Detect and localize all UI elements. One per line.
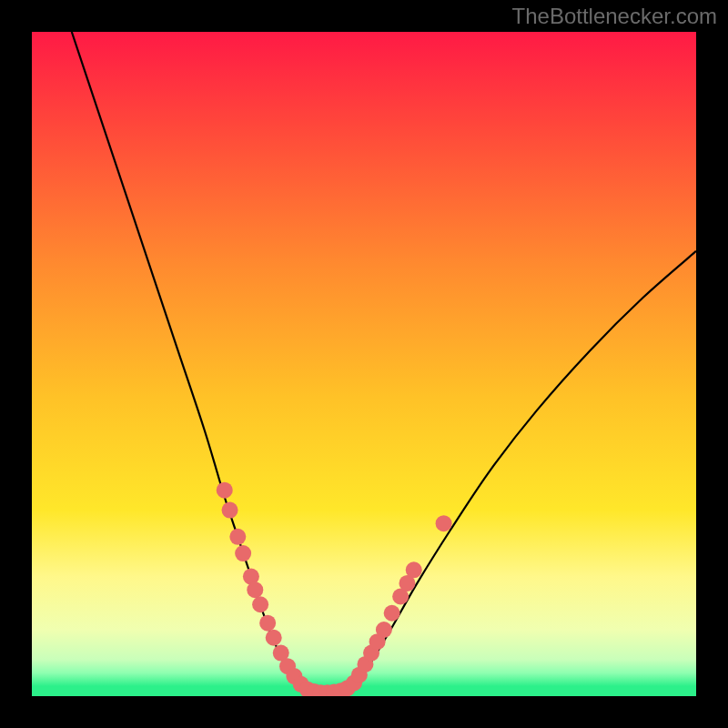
highlight-point: [229, 529, 246, 545]
plot-area: [32, 32, 696, 696]
highlight-point: [406, 561, 422, 578]
highlight-point: [235, 545, 251, 561]
chart-frame: TheBottleneсker.com: [0, 0, 728, 728]
highlight-point: [266, 630, 282, 646]
highlight-point: [376, 622, 392, 638]
highlight-point: [259, 615, 276, 632]
highlight-point: [222, 502, 238, 519]
highlight-point: [436, 515, 452, 531]
highlight-point: [384, 605, 400, 622]
highlight-point: [217, 482, 233, 499]
watermark-text: TheBottleneсker.com: [512, 4, 717, 29]
chart-svg: [32, 32, 696, 696]
highlight-point: [252, 596, 268, 612]
highlight-point: [247, 581, 263, 598]
chart-background: [32, 32, 696, 696]
